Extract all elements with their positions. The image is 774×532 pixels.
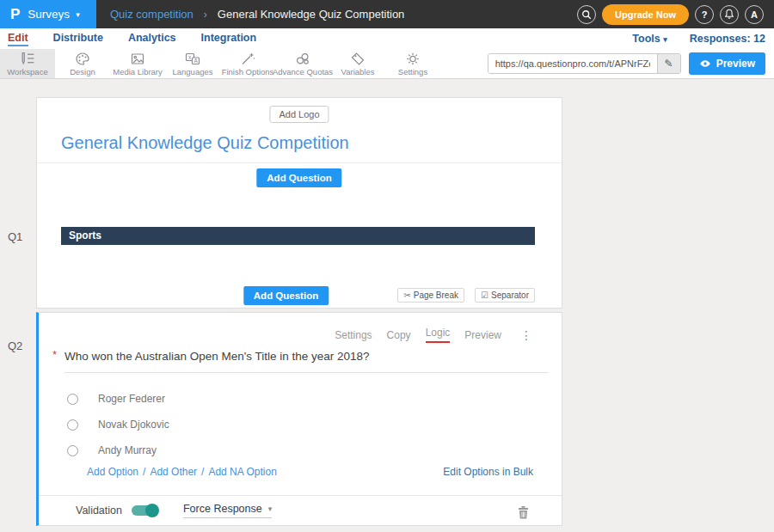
survey-url-box: ✎: [488, 53, 681, 74]
radio-icon[interactable]: [67, 419, 78, 431]
toolbar-item-variables[interactable]: Variables: [330, 49, 385, 78]
toolbar-item-label: Media Library: [113, 67, 163, 76]
edit-url-button[interactable]: ✎: [657, 54, 680, 73]
advance-quotas-icon: [295, 52, 310, 66]
settings-icon: [405, 52, 421, 66]
question-logic-link[interactable]: Logic: [426, 327, 451, 343]
section-header-sports[interactable]: Sports: [61, 227, 535, 245]
pencil-icon: ✎: [665, 58, 673, 70]
edit-options-in-bulk-link[interactable]: Edit Options in Bulk: [443, 466, 533, 478]
bell-icon: [724, 9, 734, 20]
separator-button[interactable]: ☑ Separator: [475, 288, 535, 303]
question-copy-link[interactable]: Copy: [387, 329, 411, 341]
validation-toggle[interactable]: [132, 505, 157, 516]
preview-button[interactable]: Preview: [689, 52, 765, 75]
answer-option-label[interactable]: Andy Murray: [98, 444, 157, 456]
toolbar-item-settings[interactable]: Settings: [385, 49, 440, 78]
page-break-label: Page Break: [414, 290, 458, 300]
search-button[interactable]: [577, 5, 596, 24]
finish-options-icon: [240, 52, 255, 66]
toolbar-item-label: Advance Quotas: [273, 67, 333, 76]
svg-text:A: A: [194, 58, 199, 64]
question-preview-link[interactable]: Preview: [464, 329, 501, 341]
radio-icon[interactable]: [67, 445, 78, 456]
validation-label: Validation: [76, 504, 122, 517]
answer-option-row[interactable]: Roger Federer: [67, 393, 165, 405]
toolbar-item-advance-quotas[interactable]: Advance Quotas: [275, 49, 330, 78]
toolbar-item-media-library[interactable]: Media Library: [110, 49, 165, 78]
surveys-menu[interactable]: P Surveys ▾: [0, 0, 96, 28]
question-text[interactable]: Who won the Australian Open Men's Title …: [64, 350, 370, 363]
force-response-dropdown[interactable]: Force Response ▾: [183, 503, 272, 518]
question-text-underline: [64, 372, 549, 373]
add-option-link[interactable]: Add Option: [87, 466, 138, 478]
checkbox-icon: ☑: [481, 290, 488, 300]
toolbar-item-design[interactable]: Design: [55, 49, 110, 78]
add-question-button-bottom[interactable]: Add Question: [243, 286, 329, 305]
notifications-button[interactable]: [720, 5, 739, 24]
delete-question-button[interactable]: [518, 505, 529, 522]
breadcrumb-parent[interactable]: Quiz competition: [110, 8, 194, 21]
required-asterisk: *: [52, 348, 57, 361]
toolbar-item-label: Finish Options: [222, 67, 274, 76]
survey-url-input[interactable]: [488, 54, 657, 73]
tab-edit[interactable]: Edit: [8, 32, 28, 46]
answer-option-row[interactable]: Novak Djokovic: [67, 419, 169, 431]
toolbar-item-languages[interactable]: xA Languages: [165, 49, 220, 78]
media-library-icon: [130, 52, 145, 66]
design-icon: [75, 52, 90, 66]
product-name: Surveys: [28, 8, 70, 21]
preview-button-label: Preview: [716, 58, 755, 70]
tab-distribute[interactable]: Distribute: [53, 32, 103, 46]
answer-option-label[interactable]: Roger Federer: [98, 393, 165, 405]
survey-title[interactable]: General Knowledge Quiz Competition: [61, 133, 349, 153]
chevron-down-icon: ▾: [268, 504, 273, 513]
kebab-menu-icon[interactable]: ⋮: [520, 328, 532, 342]
chevron-down-icon: ▾: [663, 35, 667, 44]
breadcrumb-separator-icon: ›: [204, 9, 207, 21]
survey-nav-tabs: Edit Distribute Analytics Integration: [8, 32, 256, 46]
questionpro-logo-icon: P: [10, 7, 20, 21]
avatar-initial: A: [751, 9, 758, 20]
help-button[interactable]: ?: [695, 5, 714, 24]
trash-icon: [518, 505, 529, 519]
tools-dropdown[interactable]: Tools ▾: [632, 33, 666, 45]
add-option-links: Add Option / Add Other / Add NA Option: [87, 466, 277, 478]
avatar[interactable]: A: [745, 5, 764, 24]
divider: [37, 162, 562, 163]
toolbar-item-workspace[interactable]: Workspace: [0, 49, 55, 78]
question-mark-icon: ?: [702, 9, 708, 20]
workspace-icon: [20, 52, 36, 66]
languages-icon: xA: [185, 52, 200, 66]
add-na-option-link[interactable]: Add NA Option: [208, 466, 276, 478]
add-logo-button[interactable]: Add Logo: [269, 106, 329, 123]
answer-option-row[interactable]: Andy Murray: [67, 444, 157, 456]
question-number-q2: Q2: [8, 339, 22, 352]
toolbar-item-label: Workspace: [7, 67, 47, 76]
radio-icon[interactable]: [67, 394, 78, 405]
toolbar-item-finish-options[interactable]: Finish Options: [220, 49, 275, 78]
toolbar-right: ✎ Preview: [488, 49, 765, 78]
toolbar-item-label: Settings: [398, 67, 427, 76]
variables-icon: [350, 52, 366, 66]
eye-icon: [699, 59, 711, 68]
page-break-button[interactable]: ✂ Page Break: [397, 288, 464, 303]
survey-nav-right: Tools ▾ Responses: 12: [632, 33, 765, 45]
responses-count[interactable]: Responses: 12: [690, 33, 765, 45]
question-footer: Validation Force Response ▾: [39, 495, 562, 525]
upgrade-now-button[interactable]: Upgrade Now: [602, 4, 689, 25]
breadcrumb-current: General Knowledge Quiz Competition: [218, 8, 405, 21]
toolbar-item-label: Design: [70, 67, 95, 76]
add-question-button-top[interactable]: Add Question: [256, 168, 341, 187]
add-other-link[interactable]: Add Other: [150, 466, 197, 478]
toggle-knob: [145, 504, 159, 517]
edit-toolbar: Workspace Design Media Library xA Langua…: [0, 49, 774, 79]
slash-separator: /: [143, 466, 145, 478]
answer-option-label[interactable]: Novak Djokovic: [98, 419, 169, 431]
tab-analytics[interactable]: Analytics: [128, 32, 176, 46]
question-card-q2: Settings Copy Logic Preview ⋮ *Who won t…: [36, 312, 562, 526]
question-settings-link[interactable]: Settings: [335, 329, 372, 341]
tab-integration[interactable]: Integration: [201, 32, 257, 46]
option-links-row: Add Option / Add Other / Add NA Option E…: [87, 466, 533, 478]
chevron-down-icon: ▾: [76, 10, 80, 19]
